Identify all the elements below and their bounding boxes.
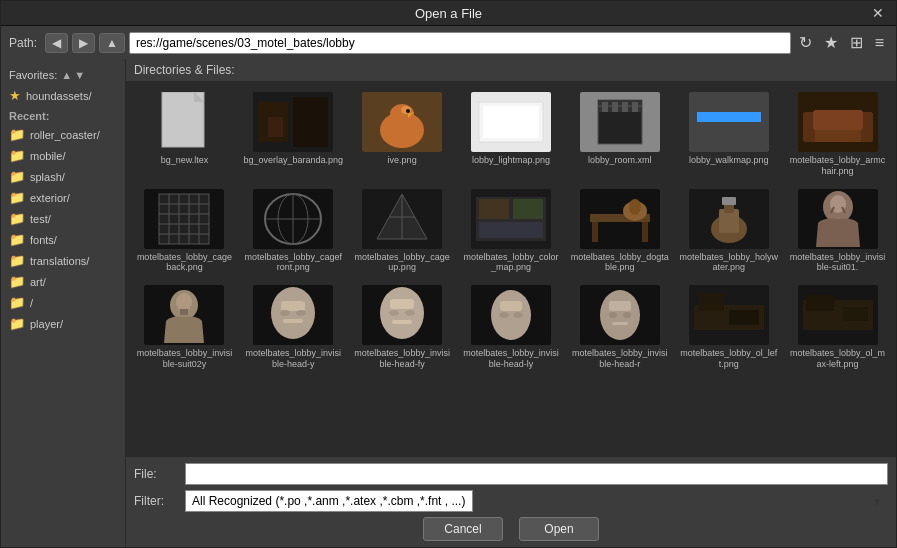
- svg-rect-100: [699, 293, 724, 311]
- sidebar-item-houndassets[interactable]: ★ houndassets/: [1, 85, 125, 106]
- file-thumb: [580, 92, 660, 152]
- folder-icon: 📁: [9, 295, 25, 310]
- refresh-button[interactable]: ↻: [795, 31, 816, 54]
- fav-up-button[interactable]: ▲: [61, 69, 72, 81]
- up-button[interactable]: ▲: [99, 33, 125, 53]
- file-thumb: [362, 92, 442, 152]
- sidebar-item-label: roller_coaster/: [30, 129, 100, 141]
- forward-button[interactable]: ▶: [72, 33, 95, 53]
- dialog-title: Open a File: [29, 6, 868, 21]
- sidebar-item-player[interactable]: 📁 player/: [1, 313, 125, 334]
- sidebar-item-art[interactable]: 📁 art/: [1, 271, 125, 292]
- sidebar-item-label: player/: [30, 318, 63, 330]
- file-panel: Directories & Files: bg_new.ltex: [126, 59, 896, 547]
- file-item-cageup[interactable]: motelbates_lobby_cageup.png: [350, 185, 455, 278]
- file-name: motelbates_lobby_ol_left.png: [679, 348, 779, 370]
- file-item-dogtable[interactable]: motelbates_lobby_dogtable.png: [567, 185, 672, 278]
- file-item-head-fy[interactable]: motelbates_lobby_invisible-head-fy: [350, 281, 455, 374]
- cancel-button[interactable]: Cancel: [423, 517, 503, 541]
- file-name: motelbates_lobby_armchair.png: [788, 155, 888, 177]
- file-item-head-y[interactable]: motelbates_lobby_invisible-head-y: [241, 281, 346, 374]
- lightmap-icon: [471, 92, 551, 152]
- svg-point-73: [176, 293, 192, 311]
- file-name: motelbates_lobby_invisible-head-y: [243, 348, 343, 370]
- file-thumb: [798, 189, 878, 249]
- file-item-ol-max-left[interactable]: motelbates_lobby_ol_max-left.png: [785, 281, 890, 374]
- sidebar-item-exterior[interactable]: 📁 exterior/: [1, 187, 125, 208]
- path-input[interactable]: [129, 32, 791, 54]
- file-item-bg-new[interactable]: bg_new.ltex: [132, 88, 237, 181]
- sidebar-item-translations[interactable]: 📁 translations/: [1, 250, 125, 271]
- dogtable-icon: [580, 189, 660, 249]
- svg-point-91: [513, 312, 523, 318]
- filter-select[interactable]: All Recognized (*.po ,*.anm ,*.atex ,*.c…: [185, 490, 473, 512]
- file-name: motelbates_lobby_invisible-head-r: [570, 348, 670, 370]
- sidebar-item-fonts[interactable]: 📁 fonts/: [1, 229, 125, 250]
- fav-down-button[interactable]: ▼: [74, 69, 85, 81]
- file-item-armchair[interactable]: motelbates_lobby_armchair.png: [785, 88, 890, 181]
- svg-rect-94: [609, 301, 631, 311]
- file-item-bg-overlay[interactable]: bg_overlay_baranda.png: [241, 88, 346, 181]
- file-thumb: [471, 189, 551, 249]
- file-item-cagefront[interactable]: motelbates_lobby_cagefront.png: [241, 185, 346, 278]
- bookmark-button[interactable]: ★: [820, 31, 842, 54]
- file-name: motelbates_lobby_ol_max-left.png: [788, 348, 888, 370]
- file-item-ol-left[interactable]: motelbates_lobby_ol_left.png: [676, 281, 781, 374]
- sidebar-item-root[interactable]: 📁 /: [1, 292, 125, 313]
- svg-rect-77: [281, 301, 305, 311]
- svg-rect-83: [390, 299, 414, 309]
- file-item-colormap[interactable]: motelbates_lobby_color_map.png: [459, 185, 564, 278]
- path-actions: ↻ ★ ⊞ ≡: [795, 31, 888, 54]
- folder-icon: 📁: [9, 211, 25, 226]
- svg-rect-5: [293, 97, 328, 147]
- close-button[interactable]: ✕: [868, 5, 888, 21]
- file-thumb: [253, 92, 333, 152]
- folder-icon: 📁: [9, 169, 25, 184]
- colormap-icon: [471, 189, 551, 249]
- recent-label: Recent:: [1, 106, 125, 124]
- suit02-icon: [144, 285, 224, 345]
- suit01-icon: [798, 189, 878, 249]
- head-fy-icon: [362, 285, 442, 345]
- file-item-ive[interactable]: ive.png: [350, 88, 455, 181]
- walkmap-icon: [689, 92, 769, 152]
- svg-rect-32: [159, 194, 209, 244]
- open-button[interactable]: Open: [519, 517, 599, 541]
- file-item-suit02[interactable]: motelbates_lobby_invisible-suit02y: [132, 281, 237, 374]
- svg-point-82: [380, 287, 424, 339]
- svg-point-96: [623, 312, 631, 318]
- file-input[interactable]: [185, 463, 888, 485]
- sidebar-item-label: test/: [30, 213, 51, 225]
- file-thumb: [144, 92, 224, 152]
- file-grid-container[interactable]: bg_new.ltex bg_overlay_baranda: [126, 82, 896, 456]
- file-item-head-r[interactable]: motelbates_lobby_invisible-head-r: [567, 281, 672, 374]
- favorites-label: Favorites:: [9, 69, 57, 81]
- file-item-lobby-room[interactable]: lobby_room.xml: [567, 88, 672, 181]
- sidebar-item-roller-coaster[interactable]: 📁 roller_coaster/: [1, 124, 125, 145]
- file-item-cageback[interactable]: motelbates_lobby_cageback.png: [132, 185, 237, 278]
- file-thumb: [362, 285, 442, 345]
- file-thumb: [689, 189, 769, 249]
- xml-file-icon: [580, 92, 660, 152]
- sidebar-item-splash[interactable]: 📁 splash/: [1, 166, 125, 187]
- sidebar-item-mobile[interactable]: 📁 mobile/: [1, 145, 125, 166]
- file-item-suit01[interactable]: motelbates_lobby_invisible-suit01.: [785, 185, 890, 278]
- file-name: motelbates_lobby_dogtable.png: [570, 252, 670, 274]
- file-thumb: [471, 92, 551, 152]
- file-label: File:: [134, 467, 179, 481]
- svg-rect-53: [513, 199, 543, 219]
- file-item-walkmap[interactable]: lobby_walkmap.png: [676, 88, 781, 181]
- file-item-lightmap[interactable]: lobby_lightmap.png: [459, 88, 564, 181]
- file-item-head-ly[interactable]: motelbates_lobby_invisible-head-ly: [459, 281, 564, 374]
- cageback-icon: [144, 189, 224, 249]
- list-view-button[interactable]: ≡: [871, 31, 888, 54]
- sidebar-item-test[interactable]: 📁 test/: [1, 208, 125, 229]
- file-thumb: [580, 285, 660, 345]
- main-content: Favorites: ▲ ▼ ★ houndassets/ Recent: 📁 …: [1, 59, 896, 547]
- grid-view-button[interactable]: ⊞: [846, 31, 867, 54]
- file-item-holywater[interactable]: motelbates_lobby_holywater.png: [676, 185, 781, 278]
- back-button[interactable]: ◀: [45, 33, 68, 53]
- svg-rect-104: [806, 295, 834, 311]
- svg-point-78: [280, 310, 290, 316]
- sidebar-item-label: /: [30, 297, 33, 309]
